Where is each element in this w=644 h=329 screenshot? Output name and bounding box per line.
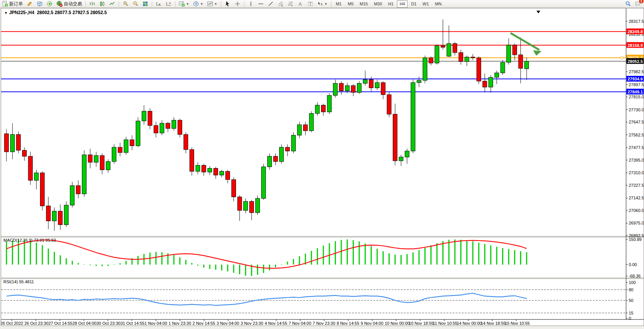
- chart-symbol: JPN225-,H4: [9, 10, 34, 15]
- time-axis-label[interactable]: 9 Nov 04:00: [361, 321, 383, 326]
- candle-body: [333, 83, 337, 96]
- label-tool-button[interactable]: T: [305, 0, 315, 8]
- time-axis-label[interactable]: 3 Nov 23:30: [241, 321, 263, 326]
- candle-body: [106, 162, 110, 170]
- crosshair-tool-button[interactable]: [233, 0, 243, 8]
- line-handle[interactable]: [621, 57, 623, 59]
- zoom-out-icon: [132, 1, 138, 7]
- time-axis-label[interactable]: 26 Oct 2022: [1, 321, 23, 326]
- candle-body: [208, 169, 212, 172]
- notifications-icon[interactable]: 1: [635, 1, 641, 7]
- timeframe-button-W1[interactable]: W1: [420, 0, 432, 8]
- trendline-tool-button[interactable]: [266, 0, 276, 8]
- time-axis-label[interactable]: 10 Nov 00:00: [385, 321, 410, 326]
- candle-body: [124, 140, 128, 153]
- candle-body: [489, 77, 493, 87]
- candle-body: [112, 147, 116, 161]
- time-axis-label[interactable]: 1 Nov 23:30: [169, 321, 191, 326]
- zoom-in-button[interactable]: [120, 0, 130, 8]
- candle-body: [375, 83, 379, 88]
- text-tool-button[interactable]: A: [296, 0, 305, 8]
- timeframe-button-M1[interactable]: M1: [333, 0, 344, 8]
- timeframe-toolbar: M1M5M15M30H1H4D1W1MN: [333, 0, 445, 8]
- time-axis-label[interactable]: 31 Oct 14:55: [120, 321, 145, 326]
- macd-axis-label: -68.36: [629, 274, 641, 278]
- cursor-tool-button[interactable]: [223, 0, 233, 8]
- timeframe-button-M15[interactable]: M15: [357, 0, 370, 8]
- candle-body: [321, 105, 326, 112]
- horizontal-line-tool-button[interactable]: [256, 0, 266, 8]
- timeframe-button-MN[interactable]: MN: [432, 0, 444, 8]
- new-chart-icon: [179, 1, 185, 7]
- candle-body: [70, 186, 74, 205]
- timeframe-button-M5[interactable]: M5: [345, 0, 356, 8]
- autotrade-button[interactable]: 自动交易: [55, 0, 84, 8]
- timeframe-button-M30[interactable]: M30: [371, 0, 385, 8]
- chart-shift-icon: [165, 1, 172, 7]
- metaeditor-button[interactable]: [25, 0, 35, 8]
- annotation-arrow-head[interactable]: [533, 50, 541, 56]
- time-axis-label[interactable]: 7 Nov 23:30: [313, 321, 335, 326]
- notification-badge: 1: [639, 0, 644, 3]
- line-chart-button[interactable]: [107, 0, 117, 8]
- vertical-line-tool-button[interactable]: [246, 0, 256, 8]
- tile-windows-button[interactable]: [140, 0, 150, 8]
- time-axis-label[interactable]: 28 Oct 04:00: [72, 321, 96, 326]
- time-axis-label[interactable]: 15 Nov 10:55: [505, 321, 530, 326]
- candle-body: [22, 150, 27, 156]
- new-order-button[interactable]: 新订单: [0, 0, 25, 8]
- market-watch-button[interactable]: [35, 0, 45, 8]
- arrows-tool-button[interactable]: ▼: [315, 0, 329, 8]
- chart-shift-button[interactable]: [164, 0, 173, 8]
- bar-chart-button[interactable]: [87, 0, 97, 8]
- chart-graphics: 28317.528232.527982.527897.527815.027730…: [1, 8, 644, 326]
- timeframe-button-D1[interactable]: D1: [408, 0, 419, 8]
- signals-button[interactable]: [45, 0, 55, 8]
- svg-text:T: T: [309, 2, 312, 6]
- candlestick-chart-button[interactable]: [97, 0, 107, 8]
- time-axis-label[interactable]: 3 Nov 04:00: [217, 321, 239, 326]
- rsi-axis-label: 100: [629, 280, 636, 285]
- indicators-button[interactable]: ▼: [205, 0, 219, 8]
- zoom-out-button[interactable]: [130, 0, 140, 8]
- time-axis-label[interactable]: 14 Nov 00:00: [457, 321, 482, 326]
- timeframe-button-H4[interactable]: H4: [397, 0, 408, 8]
- auto-scroll-button[interactable]: [154, 0, 164, 8]
- candle-body: [315, 105, 320, 114]
- candle-body: [465, 57, 469, 62]
- candle-body: [148, 111, 152, 125]
- time-axis-label[interactable]: 8 Nov 14:55: [337, 321, 359, 326]
- candle-body: [231, 180, 236, 197]
- time-axis-label[interactable]: 10 Nov 18:55: [409, 321, 434, 326]
- periods-button[interactable]: ▼: [191, 0, 205, 8]
- chart-collapse-caret[interactable]: ▼: [4, 11, 8, 15]
- time-axis-label[interactable]: 30 Oct 23:30: [96, 321, 120, 326]
- macd-axis-label: 0.00: [629, 262, 637, 267]
- candle-body: [429, 58, 433, 63]
- time-axis-label[interactable]: 27 Oct 14:55: [48, 321, 72, 326]
- tile-windows-icon: [142, 1, 148, 7]
- svg-text:A: A: [299, 1, 302, 7]
- channel-tool-button[interactable]: E: [276, 0, 286, 8]
- candle-body: [202, 165, 206, 172]
- time-axis-label[interactable]: 4 Nov 14:55: [265, 321, 287, 326]
- time-axis-label[interactable]: 7 Nov 04:00: [289, 321, 311, 326]
- signals-icon: [47, 1, 53, 7]
- timeframe-button-H1[interactable]: H1: [385, 0, 396, 8]
- time-axis-label[interactable]: 11 Nov 10:55: [433, 321, 458, 326]
- fibonacci-tool-button[interactable]: F: [286, 0, 296, 8]
- new-chart-button[interactable]: ▼: [177, 0, 191, 8]
- candle-body: [34, 173, 39, 180]
- chart-shift-marker[interactable]: [536, 11, 540, 13]
- time-axis-label[interactable]: 26 Oct 23:30: [24, 321, 48, 326]
- candlestick-series: [5, 19, 529, 231]
- bar-chart-icon: [89, 1, 95, 7]
- time-axis-label[interactable]: 2 Nov 14:55: [193, 321, 215, 326]
- candle-body: [262, 167, 266, 199]
- time-axis-label[interactable]: 1 Nov 04:00: [145, 321, 167, 326]
- candle-body: [483, 81, 487, 87]
- time-axis-label[interactable]: 14 Nov 18:55: [481, 321, 506, 326]
- chart-window[interactable]: ▼JPN225-,H4 28002.5 28077.5 27927.5 2805…: [1, 8, 644, 326]
- svg-text:F: F: [291, 5, 293, 7]
- search-icon[interactable]: [625, 1, 631, 7]
